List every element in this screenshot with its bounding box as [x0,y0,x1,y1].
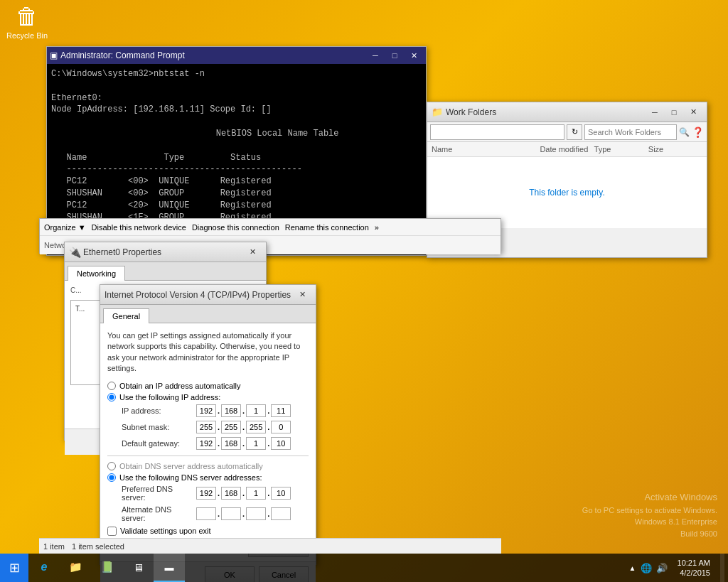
statusbar-items: 1 item [43,542,65,551]
ip-address-field: . . . [196,404,291,417]
pdns-b[interactable] [221,487,241,500]
subnet-c[interactable] [246,421,266,433]
workfolders-help-icon[interactable]: ❓ [692,126,704,138]
workfolders-addressbar: ↻ 🔍 ❓ [427,122,707,142]
workfolders-close-button[interactable]: ✕ [684,105,702,119]
ip-c[interactable] [246,404,266,417]
statusbar-selected: 1 item selected [72,542,124,551]
ip-address-label: IP address: [122,406,196,415]
start-button[interactable]: ⊞ [0,554,28,582]
disable-button[interactable]: Disable this network device [92,223,186,232]
gw-b[interactable] [221,437,241,450]
diagnose-button[interactable]: Diagnose this connection [192,223,279,232]
ip-b[interactable] [221,404,241,417]
workfolders-search-input[interactable] [584,124,677,140]
more-button[interactable]: » [375,223,379,232]
auto-ip-radio-row: Obtain an IP address automatically [107,382,309,390]
taskbar-app4[interactable]: 🖥 [122,554,154,582]
cmd-close-button[interactable]: ✕ [405,48,423,63]
volume-icon[interactable]: 🔊 [656,563,668,573]
eth-title: Ethernet0 Properties [83,247,243,257]
subnet-mask-label: Subnet mask: [122,423,196,431]
organize-button[interactable]: Organize ▼ [44,223,86,232]
alternate-dns-row: Alternate DNS server: . . . [107,505,309,522]
pdns-a[interactable] [196,487,216,500]
clock-time: 10:21 AM [678,558,710,568]
workfolders-address[interactable] [430,124,564,140]
auto-ip-radio[interactable] [107,382,116,390]
ipv4-tab-bar: General [100,305,316,323]
subnet-a[interactable] [196,421,216,433]
app4-icon: 🖥 [133,561,144,573]
ip-d[interactable] [271,404,291,417]
ipv4-general-tab[interactable]: General [103,308,149,323]
manual-dns-radio[interactable] [107,473,116,482]
eth-controls: ✕ [243,245,262,259]
pdns-d[interactable] [271,487,291,500]
gw-c[interactable] [246,437,266,450]
pdns-c[interactable] [246,487,266,500]
taskbar-ie[interactable]: e [28,554,60,582]
adns-d[interactable] [271,507,291,520]
taskbar-app3[interactable]: 📗 [91,554,122,582]
ipv4-body: You can get IP settings assigned automat… [100,323,316,561]
workfolders-search-area: 🔍 [584,124,690,140]
recycle-bin-icon[interactable]: 🗑 Recycle Bin [6,4,48,40]
adns-c[interactable] [246,507,266,520]
taskbar: ⊞ e 📁 📗 🖥 ▬ ▲ 🌐 [0,554,728,582]
manual-ip-radio[interactable] [107,393,116,402]
cmd-line-8: Name Type Status [51,152,422,164]
activate-watermark: Activate Windows Go to PC settings to ac… [582,490,717,539]
subnet-mask-field: . . . [196,421,291,433]
workfolders-icon: 📁 [432,107,443,118]
taskbar-explorer[interactable]: 📁 [60,554,91,582]
recycle-bin-graphic: 🗑 [6,4,48,30]
col-date: Date modified [540,145,594,153]
netconn-toolbar: Organize ▼ Disable this network device D… [40,219,500,236]
activate-line2: Go to PC settings to activate Windows. [582,505,717,517]
validate-checkbox[interactable] [107,527,117,536]
eth-networking-tab[interactable]: Networking [68,266,125,281]
subnet-mask-row: Subnet mask: . . . [107,421,309,433]
subnet-b[interactable] [221,421,241,433]
workfolders-title: Work Folders [446,107,646,117]
show-desktop-button[interactable] [720,554,724,582]
cmd-line-9: ----------------------------------------… [51,163,422,176]
validate-row: Validate settings upon exit [107,527,309,536]
activate-line4: Build 9600 [582,528,717,540]
subnet-d[interactable] [271,421,291,433]
network-icon: 🌐 [641,563,652,573]
taskbar-cmd[interactable]: ▬ [154,554,185,582]
taskbar-clock[interactable]: 10:21 AM 4/2/2015 [672,558,716,578]
cmd-titlebar: ▣ Administrator: Command Prompt ─ □ ✕ [47,47,426,64]
rename-button[interactable]: Rename this connection [285,223,369,232]
gateway-row: Default gateway: . . . [107,437,309,450]
workfolders-minimize-button[interactable]: ─ [646,105,664,119]
workfolders-body: This folder is empty. [427,157,707,228]
workfolders-refresh-button[interactable]: ↻ [567,124,582,140]
clock-date: 4/2/2015 [678,568,710,578]
adns-a[interactable] [196,507,216,520]
ipv4-close-button[interactable]: ✕ [293,288,311,302]
ipv4-controls: ✕ [293,288,311,302]
adns-b[interactable] [221,507,241,520]
alternate-dns-field: . . . [196,507,291,520]
auto-dns-radio[interactable] [107,462,116,470]
col-name: Name [432,145,540,153]
ip-address-row: IP address: . . . [107,404,309,417]
cmd-line-11: SHUSHAN <00> GROUP Registered [51,188,422,200]
workfolders-maximize-button[interactable]: □ [665,105,683,119]
col-type: Type [594,145,648,153]
eth-icon: 🔌 [69,247,80,258]
activate-title: Activate Windows [582,490,717,505]
eth-close-button[interactable]: ✕ [243,245,262,259]
workfolders-titlebar: 📁 Work Folders ─ □ ✕ [427,102,707,122]
cmd-minimize-button[interactable]: ─ [366,48,385,63]
explorer-icon: 📁 [69,561,82,573]
ip-a[interactable] [196,404,216,417]
manual-ip-radio-row: Use the following IP address: [107,393,309,402]
gw-a[interactable] [196,437,216,450]
systray-arrow[interactable]: ▲ [629,564,636,572]
cmd-maximize-button[interactable]: □ [385,48,404,63]
gw-d[interactable] [271,437,291,450]
